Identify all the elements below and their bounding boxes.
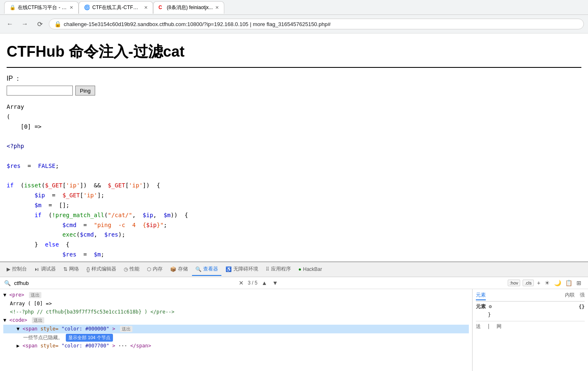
ip-input[interactable] — [7, 86, 73, 96]
span1-attr: style= — [41, 326, 58, 332]
expand-span2-arrow[interactable]: ▶ — [17, 343, 19, 349]
span1-close: > — [112, 326, 115, 332]
pre-badge: 送出 — [29, 292, 41, 298]
expand-span1-arrow[interactable]: ▼ — [17, 326, 19, 332]
tab-3-label: (8条消息) feiniaotjx... — [167, 4, 213, 11]
strong-tab[interactable]: 强 — [580, 291, 585, 300]
add-rule-icon[interactable]: + — [536, 279, 541, 287]
dark-icon[interactable]: 🌙 — [553, 279, 562, 287]
span2-attrval: "color: #007700" — [61, 343, 109, 349]
inspector-label: 查看器 — [203, 266, 218, 273]
devtools-tab-accessibility[interactable]: ♿ 无障碍环境 — [222, 263, 262, 276]
light-icon[interactable]: ☀ — [544, 279, 551, 287]
layout-icon[interactable]: ⊞ — [576, 279, 582, 287]
span2-attr: style= — [41, 343, 58, 349]
accessibility-label: 无障碍环境 — [233, 266, 258, 273]
网-label: 网 — [497, 323, 502, 329]
span2-tag: <span — [22, 343, 40, 349]
devtools-tabs: ▶ 控制台 ⏯ 调试器 ⇅ 网络 {} 样式编辑器 ◷ 性能 ⬡ 内存 📦 存储… — [0, 262, 588, 277]
search-input[interactable] — [14, 280, 235, 286]
devtools-tab-performance[interactable]: ◷ 性能 — [120, 263, 143, 276]
devtools-tab-style-editor[interactable]: {} 样式编辑器 — [83, 263, 120, 276]
reload-button[interactable]: ⟳ — [34, 18, 46, 30]
dom-line-hidden-nodes: 一些节点已隐藏。 显示全部 104 个节点 — [3, 333, 469, 342]
dom-line-comment: <!--?php // ctfhub{ba39f7f7f5c53e1cc11c6… — [3, 308, 469, 316]
ip-form: Ping — [7, 86, 581, 96]
hov-button[interactable]: :hov — [508, 280, 521, 286]
css-rule: } — [476, 312, 585, 318]
forward-button[interactable]: → — [19, 18, 31, 30]
code-tag: <code> — [9, 317, 27, 323]
tab-3[interactable]: C (8条消息) feiniaotjx... ✕ — [153, 1, 224, 14]
debugger-icon: ⏯ — [34, 266, 39, 272]
devtools-tab-applications[interactable]: ⠿ 应用程序 — [262, 263, 294, 276]
hackbar-label: HackBar — [303, 266, 322, 272]
pre-tag: <pre> — [9, 292, 24, 298]
browser-chrome: 🔒 在线CTF练习平台 - 时... ✕ 🌀 CTF在线工具-CTF工... ✕… — [0, 0, 588, 34]
storage-label: 存储 — [178, 266, 188, 273]
address-bar[interactable]: 🔒 challenge-15e3154c60d19b92.sandbox.ctf… — [49, 19, 584, 29]
debugger-label: 调试器 — [41, 266, 56, 273]
inline-tab[interactable]: 内联 — [565, 291, 575, 300]
dom-line-code: ▼ <code> 送出 — [3, 316, 469, 325]
ip-label: IP ： — [7, 74, 581, 83]
span1-badge: 送出 — [120, 326, 132, 332]
devtools-panel: ▶ 控制台 ⏯ 调试器 ⇅ 网络 {} 样式编辑器 ◷ 性能 ⬡ 内存 📦 存储… — [0, 261, 588, 371]
sidebar-bottom: 送 | 网 — [476, 321, 585, 330]
devtools-tab-hackbar[interactable]: ● HackBar — [295, 264, 325, 275]
devtools-tab-console[interactable]: ▶ 控制台 — [3, 263, 30, 276]
span2-close: > — [112, 343, 115, 349]
pseudo-bar: :hov .cls + ☀ 🌙 📋 ⊞ — [506, 279, 584, 287]
next-match-icon[interactable]: ▼ — [271, 279, 279, 287]
tab-1-icon: 🔒 — [10, 5, 15, 10]
sidebar-divider: | — [487, 323, 490, 329]
console-label: 控制台 — [12, 266, 27, 273]
devtools-dom: ▼ <pre> 送出 Array ( [0] => <!--?php // ct… — [0, 289, 472, 371]
network-label: 网络 — [69, 266, 79, 273]
devtools-search-bar: 🔍 ✕ 3 / 5 ▲ ▼ :hov .cls + ☀ 🌙 📋 ⊞ — [0, 277, 588, 289]
security-icon: 🔒 — [54, 21, 61, 27]
cls-button[interactable]: .cls — [523, 280, 534, 286]
code-output: Array ( [0] => <?php $res = FALSE; if (i… — [7, 102, 581, 261]
back-button[interactable]: ← — [4, 18, 16, 30]
sidebar-header: 元素 ⚙ {} — [476, 303, 585, 310]
accessibility-icon: ♿ — [226, 266, 232, 272]
open-brace: } — [476, 312, 491, 318]
devtools-tab-storage[interactable]: 📦 存储 — [167, 263, 191, 276]
applications-label: 应用程序 — [271, 266, 291, 273]
devtools-tab-network[interactable]: ⇅ 网络 — [60, 263, 82, 276]
dom-line-span1: ▼ <span style= "color: #000000" > 送出 — [3, 325, 469, 333]
devtools-tab-debugger[interactable]: ⏯ 调试器 — [31, 263, 59, 276]
network-icon: ⇅ — [63, 266, 67, 272]
console-icon: ▶ — [7, 266, 10, 272]
browser-toolbar: ← → ⟳ 🔒 challenge-15e3154c60d19b92.sandb… — [0, 15, 588, 33]
span2-content: ··· — [118, 343, 130, 349]
dom-line-array: Array ( [0] => — [3, 299, 469, 308]
devtools-tab-memory[interactable]: ⬡ 内存 — [144, 263, 166, 276]
style-editor-icon: {} — [86, 266, 90, 272]
show-all-button[interactable]: 显示全部 104 个节点 — [66, 334, 113, 342]
css-brace: {} — [579, 304, 585, 310]
performance-label: 性能 — [130, 266, 139, 273]
devtools-tab-inspector[interactable]: 🔍 查看器 — [192, 263, 221, 276]
memory-label: 内存 — [153, 266, 163, 273]
prev-match-icon[interactable]: ▲ — [261, 279, 268, 287]
tab-2[interactable]: 🌀 CTF在线工具-CTF工... ✕ — [79, 1, 153, 14]
tab-2-close[interactable]: ✕ — [144, 5, 148, 10]
tab-3-close[interactable]: ✕ — [215, 5, 219, 10]
gear-icon[interactable]: ⚙ — [489, 304, 492, 309]
php-comment: <!--?php // ctfhub{ba39f7f7f5c53e1cc11c6… — [10, 309, 174, 315]
elements-tab[interactable]: 元素 — [476, 291, 486, 300]
tab-2-icon: 🌀 — [84, 5, 90, 10]
dom-line-span2: ▶ <span style= "color: #007700" > ··· </… — [3, 342, 469, 350]
close-search-icon[interactable]: ✕ — [238, 279, 245, 287]
page-content: CTFHub 命令注入-过滤cat IP ： Ping Array ( [0] … — [0, 34, 588, 261]
copy-icon[interactable]: 📋 — [564, 279, 573, 287]
送-label: 送 — [476, 323, 481, 329]
tab-1[interactable]: 🔒 在线CTF练习平台 - 时... ✕ — [4, 1, 79, 14]
expand-code-arrow[interactable]: ▼ — [3, 317, 6, 323]
expand-pre-arrow[interactable]: ▼ — [3, 292, 6, 298]
hackbar-icon: ● — [298, 266, 301, 272]
tab-1-close[interactable]: ✕ — [70, 5, 73, 10]
ping-button[interactable]: Ping — [75, 86, 95, 96]
